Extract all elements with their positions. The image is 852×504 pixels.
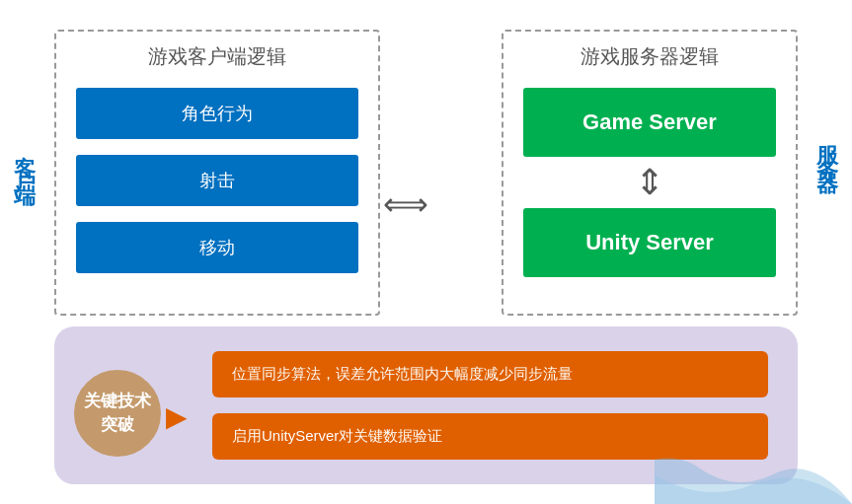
server-logic-box: 游戏服务器逻辑 Game Server ⇕ Unity Server xyxy=(502,30,798,316)
client-box-title: 游戏客户端逻辑 xyxy=(56,32,378,78)
client-label: 客 户 端 xyxy=(10,138,39,170)
wave-svg xyxy=(655,405,852,504)
bottom-item-1: 位置同步算法，误差允许范围内大幅度减少同步流量 xyxy=(212,351,768,397)
game-server-label: Game Server xyxy=(523,88,776,157)
server-label: 服 务 器 xyxy=(813,128,842,160)
horizontal-arrow: ⟺ xyxy=(383,185,428,223)
arrow-right-orange: ▶ xyxy=(166,400,188,433)
client-item-role: 角色行为 xyxy=(76,88,358,139)
client-item-move: 移动 xyxy=(76,222,358,273)
client-item-shoot: 射击 xyxy=(76,155,358,206)
client-logic-box: 游戏客户端逻辑 角色行为 射击 移动 xyxy=(54,30,380,316)
wave-decoration xyxy=(655,405,852,504)
key-circle: 关键技术 突破 xyxy=(74,370,161,457)
server-items: Game Server ⇕ Unity Server xyxy=(503,78,796,287)
main-container: 客 户 端 服 务 器 游戏客户端逻辑 角色行为 射击 移动 ⟺ 游戏服务器逻辑… xyxy=(0,0,852,504)
vertical-arrow: ⇕ xyxy=(635,157,664,208)
key-circle-text: 关键技术 突破 xyxy=(84,390,151,437)
unity-server-label: Unity Server xyxy=(523,208,776,277)
server-box-title: 游戏服务器逻辑 xyxy=(503,32,796,78)
client-items: 角色行为 射击 移动 xyxy=(56,78,378,283)
